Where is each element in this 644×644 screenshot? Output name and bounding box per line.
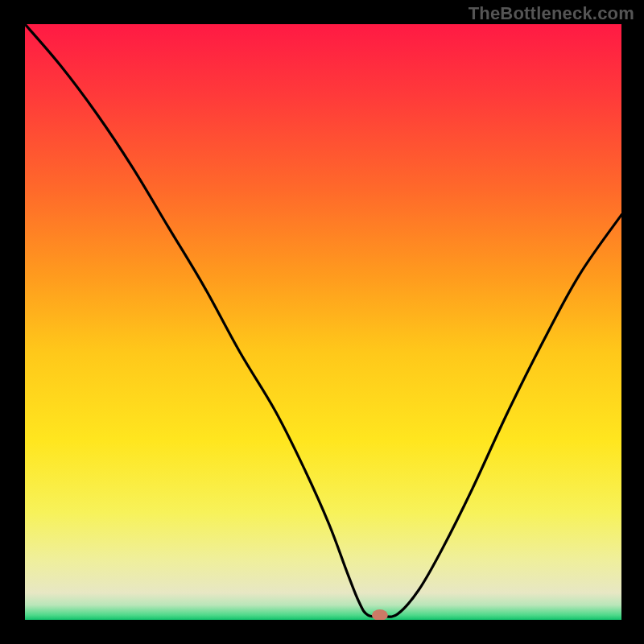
gradient-background — [25, 24, 621, 620]
plot-svg — [25, 24, 621, 620]
chart-frame: TheBottleneck.com — [0, 0, 644, 644]
watermark-label: TheBottleneck.com — [469, 3, 634, 24]
plot-area — [25, 24, 621, 620]
